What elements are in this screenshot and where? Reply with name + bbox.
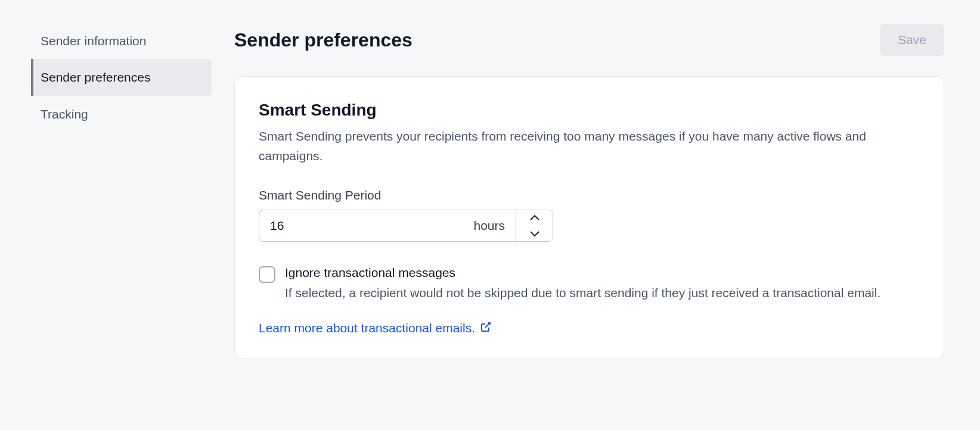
ignore-transactional-text: Ignore transactional messages If selecte… (285, 266, 920, 303)
period-input[interactable] (270, 219, 318, 233)
learn-more-text: Learn more about transactional emails. (259, 321, 475, 335)
main-header: Sender preferences Save (234, 24, 944, 56)
smart-sending-card: Smart Sending Smart Sending prevents you… (234, 76, 944, 359)
sidebar-item-sender-information[interactable]: Sender information (31, 23, 212, 59)
sidebar-item-sender-preferences[interactable]: Sender preferences (31, 59, 212, 95)
sidebar-item-label: Sender preferences (41, 70, 150, 84)
smart-sending-description: Smart Sending prevents your recipients f… (259, 127, 920, 166)
chevron-down-icon (530, 229, 539, 238)
ignore-transactional-row: Ignore transactional messages If selecte… (259, 266, 920, 303)
sidebar-item-tracking[interactable]: Tracking (31, 96, 212, 132)
page-title: Sender preferences (234, 29, 413, 51)
sidebar-item-label: Sender information (41, 34, 146, 48)
ignore-transactional-description: If selected, a recipient would not be sk… (285, 283, 920, 303)
period-input-wrap: hours (259, 210, 516, 241)
external-link-icon (480, 321, 492, 336)
stepper-controls (516, 210, 553, 241)
sidebar: Sender information Sender preferences Tr… (0, 0, 212, 430)
ignore-transactional-label: Ignore transactional messages (285, 266, 920, 280)
period-unit: hours (473, 219, 505, 233)
ignore-transactional-checkbox[interactable] (259, 266, 275, 283)
stepper-up-button[interactable] (516, 210, 553, 226)
learn-more-link[interactable]: Learn more about transactional emails. (259, 321, 492, 336)
period-stepper: hours (259, 210, 553, 242)
save-button[interactable]: Save (880, 24, 944, 56)
chevron-up-icon (530, 214, 539, 223)
sidebar-item-label: Tracking (41, 107, 88, 121)
smart-sending-title: Smart Sending (259, 101, 920, 120)
main: Sender preferences Save Smart Sending Sm… (212, 0, 980, 430)
smart-sending-period-label: Smart Sending Period (259, 188, 920, 202)
stepper-down-button[interactable] (516, 226, 553, 241)
